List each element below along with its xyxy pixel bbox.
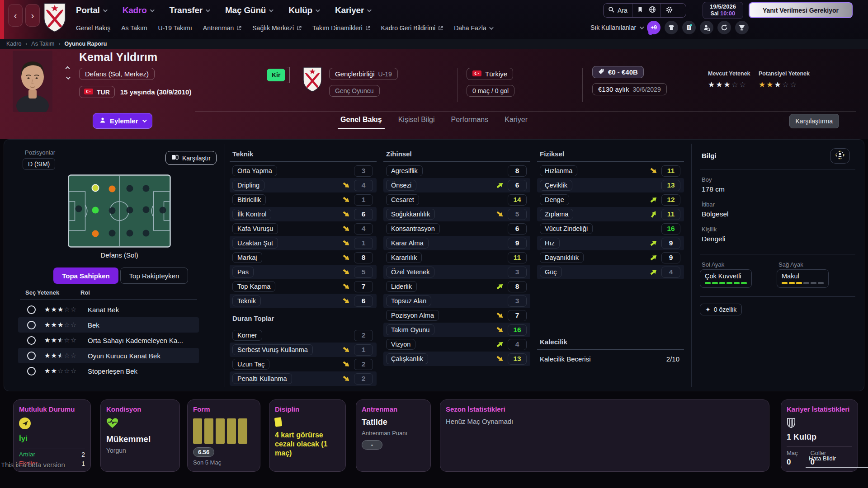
role-radio[interactable] [27, 321, 36, 329]
attribute-kalecilik-becerisi: Kalecilik Becerisi2/10 [537, 352, 684, 366]
club-crest-small[interactable] [302, 66, 323, 93]
role-radio[interactable] [27, 336, 36, 345]
role-name: Orta Sahayı Kademeleyen Ka... [88, 337, 183, 344]
bookmark-icon[interactable] [637, 6, 643, 15]
messages-icon[interactable]: +9 [647, 21, 660, 34]
attribute-value: 2 [354, 330, 373, 341]
menu-label: Kariyer [335, 5, 364, 15]
back-button[interactable]: ‹ [8, 4, 23, 27]
attribute-name: Vizyon [386, 339, 415, 350]
discipline-card[interactable]: Disiplin 4 kart görürse cezalı olacak (1… [269, 399, 346, 472]
attribute-value: 6 [354, 296, 373, 307]
club-crest-logo[interactable] [42, 2, 68, 33]
role-row-kanat-bek[interactable]: ★★★☆☆Kanat Bek [18, 302, 199, 317]
role-radio[interactable] [27, 352, 36, 360]
position-pitch-map[interactable] [68, 174, 171, 248]
role-radio[interactable] [27, 367, 36, 375]
sync-icon[interactable] [717, 21, 731, 34]
foot-segment [803, 282, 809, 284]
section-header-fiziksel: Fiziksel [537, 149, 684, 162]
role-row-stoperle-en-bek[interactable]: ★★☆☆☆Stoperleşen Bek [18, 363, 199, 379]
report-bug-link[interactable]: Hata Bildir [809, 455, 836, 462]
continue-label: Yanıt Verilmesi Gerekiyor [763, 7, 839, 14]
menu-kul-p[interactable]: Kulüp [288, 5, 319, 15]
attribute-tak-m-oyunu: Takım Oyunu16 [383, 323, 530, 337]
position-dot-natural [92, 207, 99, 214]
next-player-button[interactable] [66, 75, 71, 80]
attribute-value: 14 [508, 194, 527, 206]
scouting-icon[interactable] [700, 21, 713, 34]
value-chip[interactable]: €0 - €40B [592, 66, 644, 78]
subnav-label: U-19 Takımı [158, 24, 192, 32]
season-stats-card[interactable]: Sezon İstatistikleri Henüz Maç Oynamadı [440, 399, 769, 472]
attribute-value: 3 [354, 165, 373, 177]
menu-ma-g-n[interactable]: Maç Günü [225, 5, 272, 15]
info-label: Kişilik [702, 226, 851, 233]
positions-compare-button[interactable]: Karşılaştır [165, 151, 217, 165]
subnav-sa-l-k-merkezi[interactable]: Sağlık Merkezi [252, 24, 302, 32]
shirt-icon[interactable] [665, 21, 678, 34]
gear-icon[interactable] [665, 6, 673, 15]
forward-button[interactable]: › [25, 4, 40, 27]
subnav-tak-m-dinamikleri[interactable]: Takım Dinamikleri [312, 24, 370, 32]
menu-kadro[interactable]: Kadro [123, 5, 153, 15]
nation-team-chip[interactable]: Türkiye [467, 68, 513, 80]
form-bar [227, 418, 236, 444]
trend-up-icon [495, 282, 505, 291]
subnav-antrenman[interactable]: Antrenman [203, 24, 241, 32]
traits-chip[interactable]: ✦ 0 özellik [700, 304, 742, 315]
favorites-dropdown[interactable]: Sık Kullanılanlar [590, 24, 643, 31]
nationality-chip[interactable]: TUR [79, 86, 115, 98]
subnav-as-tak-m[interactable]: As Takım [121, 24, 147, 32]
tab-kariyer[interactable]: Kariyer [505, 116, 528, 129]
toggle-in-possession[interactable]: Topa Sahipken [53, 267, 118, 284]
menu-portal[interactable]: Portal [76, 5, 106, 15]
intl-record-chip: 0 maç / 0 gol [467, 85, 514, 97]
report-bug-underline [806, 467, 868, 468]
compare-button[interactable]: Karşılaştırma [789, 114, 839, 128]
subnav-genel-bak[interactable]: Genel Bakış [76, 24, 110, 32]
breadcrumb-item-as-tak-m[interactable]: As Takım [31, 41, 54, 47]
report-card-icon[interactable]: ! [682, 21, 696, 34]
search-button[interactable]: Ara [604, 4, 632, 17]
chevron-down-icon [150, 8, 155, 12]
condition-card[interactable]: Kondisyon Mükemmel Yorgun [100, 399, 180, 472]
tab-performans[interactable]: Performans [451, 116, 489, 129]
right-foot-meter [782, 282, 824, 284]
attribute-eviklik: Çeviklik13 [537, 178, 684, 192]
menu-transfer[interactable]: Transfer [170, 5, 209, 15]
continue-button[interactable]: Yanıt Verilmesi Gerekiyor [749, 2, 853, 18]
menu-kariyer[interactable]: Kariyer [335, 5, 370, 15]
player-position-chip[interactable]: Defans (Sol, Merkez) [79, 68, 155, 80]
club-chip[interactable]: Gençlerbirliği U-19 [329, 68, 398, 80]
external-link-icon [438, 26, 443, 31]
role-row-orta-sahay-kademeleyen-ka[interactable]: ★★☆★☆☆Orta Sahayı Kademeleyen Ka... [18, 333, 199, 348]
discipline-title: Disiplin [275, 405, 340, 413]
subnav-daha-fazla[interactable]: Daha Fazla [454, 24, 492, 32]
role-radio[interactable] [27, 305, 36, 314]
subnav-u-19-tak-m[interactable]: U-19 Takımı [158, 24, 192, 32]
role-row-bek[interactable]: ★★★☆☆Bek [18, 317, 199, 333]
tab-ki-isel-bilgi[interactable]: Kişisel Bilgi [398, 116, 435, 129]
tab-genel-bak[interactable]: Genel Bakış [340, 116, 382, 129]
globe-icon[interactable] [649, 6, 656, 15]
player-portrait[interactable] [13, 51, 52, 112]
form-card[interactable]: Form 6.56 Son 5 Maç [187, 399, 260, 472]
trophy-icon[interactable] [735, 21, 749, 34]
left-foot-value: Çok Kuvvetli [705, 272, 747, 280]
role-row-oyun-kurucu-kanat-bek[interactable]: ★★☆★☆☆Oyun Kurucu Kanat Bek [18, 348, 199, 363]
divider [295, 68, 295, 102]
breadcrumb-item-kadro[interactable]: Kadro [6, 41, 21, 47]
time-value: 10:00 [720, 10, 735, 17]
player-radar-button[interactable] [830, 148, 850, 164]
attribute-name: Pozisyon Alma [386, 310, 439, 321]
game-date[interactable]: 19/5/2026 Sal 10:00 [703, 2, 743, 19]
actions-button[interactable]: Eylemler [93, 113, 152, 129]
player-header: Kemal Yıldırım Defans (Sol, Merkez) TUR … [0, 49, 868, 139]
attribute-konsantrasyon: Konsantrasyon6 [383, 221, 530, 236]
prev-player-button[interactable] [66, 66, 70, 71]
toggle-out-of-possession[interactable]: Top Rakipteyken [120, 267, 188, 284]
attribute-value: 13 [508, 353, 527, 365]
subnav-kadro-geri-bildirimi[interactable]: Kadro Geri Bildirimi [381, 24, 443, 32]
training-card[interactable]: Antrenman Tatilde Antrenman Puanı - [356, 399, 431, 472]
